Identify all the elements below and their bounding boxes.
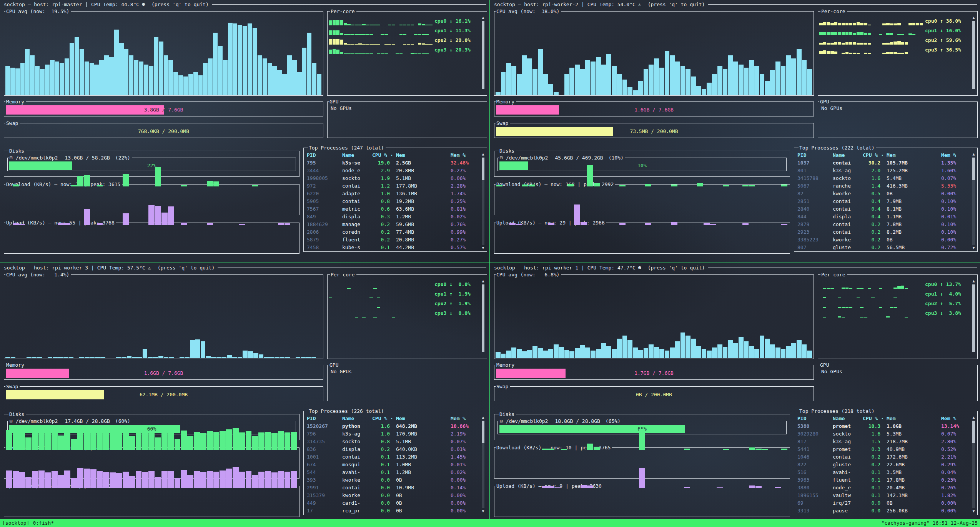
scroll-down-icon[interactable]: ▼	[481, 509, 486, 514]
col-mem[interactable]: Mem	[396, 151, 451, 159]
per-core-title: Per-core	[330, 272, 356, 278]
scrollbar-thumb[interactable]	[972, 21, 975, 89]
process-row: 1001contai0.1113.2MB1.45%	[307, 453, 478, 461]
process-row: 449card1-0.00B0.00%	[307, 499, 478, 507]
col-pid: PID	[307, 151, 342, 159]
process-row: 314735sockto0.85.1MB0.07%	[307, 438, 478, 446]
process-scrollbar[interactable]: ▲ ▼	[971, 415, 976, 514]
scrollbar-thumb[interactable]	[482, 158, 484, 180]
quit-hint: (press 'q' to quit)	[648, 265, 705, 271]
per-core-label: cpu1 ↑ 1.9%	[434, 290, 479, 298]
process-row: 17rcu_pr0.00B0.00%	[307, 507, 478, 515]
memory-title: Memory	[5, 362, 26, 368]
scroll-down-icon[interactable]: ▼	[971, 509, 976, 514]
download-chart	[6, 427, 297, 450]
col-memp[interactable]: Mem %	[451, 415, 478, 422]
col-memp[interactable]: Mem %	[451, 151, 478, 159]
scrollbar-thumb[interactable]	[972, 284, 975, 352]
top-processes-panel: Top Processes (226 total) PID Name CPU %…	[303, 408, 487, 515]
per-core-scrollbar[interactable]: ▲	[971, 279, 976, 357]
cpu-avg-panel: CPU avg (now: 1.4%)	[4, 272, 323, 359]
per-core-row: cpu3 ↓ 3.8%	[819, 308, 970, 318]
pane-title: socktop — host: rpi-worker-2 | CPU Temp:…	[494, 2, 636, 7]
scrollbar-thumb[interactable]	[972, 158, 975, 180]
scroll-down-icon[interactable]: ▼	[971, 246, 976, 250]
scroll-up-icon[interactable]: ▲	[481, 15, 486, 20]
swap-title: Swap	[5, 384, 20, 389]
memory-gauge: 1.6GB / 7.6GB 1.6GB / 7.6GB	[496, 105, 812, 115]
scroll-down-icon[interactable]: ▼	[481, 246, 486, 250]
top-processes-panel: Top Processes (222 total) PID Name CPU %…	[794, 145, 978, 252]
tmux-vertical-divider[interactable]	[489, 0, 490, 519]
col-memp[interactable]: Mem %	[941, 415, 969, 422]
tmux-window-item[interactable]: 0:fish*	[33, 520, 54, 526]
scrollbar-thumb[interactable]	[972, 421, 975, 443]
col-name: Name	[833, 151, 863, 159]
scrollbar-thumb[interactable]	[482, 284, 484, 352]
per-core-row: cpu0 ↓ 0.0%	[329, 279, 479, 289]
top-processes-title: Top Processes (247 total)	[308, 145, 386, 151]
process-table-header: PID Name CPU % · Mem Mem %	[307, 151, 478, 159]
scroll-up-icon[interactable]: ▲	[971, 152, 976, 156]
disk-percent: (60%)	[115, 418, 130, 424]
process-scrollbar[interactable]: ▲ ▼	[481, 152, 486, 250]
col-mem[interactable]: Mem	[887, 415, 941, 422]
scroll-up-icon[interactable]: ▲	[481, 152, 486, 156]
tmux-horizontal-divider[interactable]	[0, 263, 980, 263]
col-cpu[interactable]: CPU % ·	[372, 151, 396, 159]
process-row: 807gluste0.256.5MB0.72%	[797, 244, 969, 251]
col-memp[interactable]: Mem %	[941, 151, 969, 159]
per-core-panel: Per-core cpu0 ↓ 16.1%cpu1 ↓ 11.3%cpu2 ↓ …	[327, 8, 487, 96]
per-core-label: cpu2 ↑ 59.6%	[925, 36, 970, 45]
cpu-avg-title: CPU avg (now: 19.5%)	[5, 8, 71, 14]
per-core-label: cpu2 ↓ 29.0%	[434, 36, 479, 45]
cpu-avg-title: CPU avg (now: 1.4%)	[5, 272, 71, 278]
scroll-up-icon[interactable]: ▲	[971, 15, 976, 20]
col-cpu[interactable]: CPU % ·	[372, 415, 396, 422]
process-rows: 1520267python1.6848.2MB10.86%796k3s-ag1.…	[307, 422, 478, 515]
scroll-up-icon[interactable]: ▲	[481, 279, 486, 283]
per-core-scrollbar[interactable]: ▲	[481, 15, 486, 94]
process-row: 2851contai0.47.9MB0.10%	[797, 198, 969, 205]
col-mem[interactable]: Mem	[396, 415, 451, 422]
per-core-scrollbar[interactable]: ▲	[481, 279, 486, 357]
swap-value: 0B / 200.0MB	[496, 390, 812, 399]
process-row: 5067ranche1.4416.3MB5.33%	[797, 182, 969, 190]
col-cpu[interactable]: CPU % ·	[863, 415, 887, 422]
cpu-avg-panel: CPU avg (now: 19.5%)	[4, 8, 323, 96]
top-processes-panel: Top Processes (218 total) PID Name CPU %…	[794, 408, 978, 515]
scrollbar-thumb[interactable]	[482, 21, 484, 89]
per-core-sparkline	[329, 26, 434, 35]
download-chart	[6, 164, 297, 186]
per-core-row: cpu2 ↑ 5.7%	[819, 299, 970, 308]
memory-title: Memory	[496, 362, 516, 368]
disks-title: Disks	[8, 148, 26, 154]
process-scrollbar[interactable]: ▲ ▼	[481, 415, 486, 514]
disks-title: Disks	[8, 411, 26, 417]
process-scrollbar[interactable]: ▲ ▼	[971, 152, 976, 250]
scroll-up-icon[interactable]: ▲	[481, 415, 486, 420]
gpu-status: No GPUs	[818, 368, 977, 375]
cool-face-icon: ☻	[638, 265, 641, 271]
process-rows: 795k3s-se19.02.5GB32.48%3444node_e2.920.…	[307, 159, 478, 251]
scrollbar-thumb[interactable]	[482, 421, 484, 443]
process-row: 2879contai0.27.8MB0.10%	[797, 221, 969, 228]
col-name: Name	[342, 151, 372, 159]
scroll-up-icon[interactable]: ▲	[971, 279, 976, 283]
process-row: 1520267python1.6848.2MB10.86%	[307, 422, 478, 430]
col-mem[interactable]: Mem	[887, 151, 941, 159]
per-core-scrollbar[interactable]: ▲	[971, 15, 976, 94]
upload-panel: Upload (KB/s) — now: 55 | peak: 3768	[4, 220, 299, 254]
upload-chart	[6, 466, 297, 488]
process-row: 822gluste0.222.6MB0.29%	[797, 461, 969, 469]
per-core-row: cpu2 ↑ 59.6%	[819, 35, 970, 45]
per-core-row: cpu2 ↓ 29.0%	[329, 35, 479, 45]
process-row: 972contai1.2177.8MB2.28%	[307, 182, 478, 190]
process-row: 2806coredn0.277.4MB0.99%	[307, 228, 478, 236]
col-cpu[interactable]: CPU % ·	[863, 151, 887, 159]
per-core-label: cpu2 ↑ 1.9%	[434, 299, 479, 308]
gpu-title: GPU	[819, 99, 830, 105]
memory-panel: Memory 1.7GB / 7.6GB 1.7GB / 7.6GB	[494, 362, 814, 380]
per-core-panel: Per-core cpu0 ↓ 0.0%cpu1 ↑ 1.9%cpu2 ↑ 1.…	[327, 272, 487, 359]
scroll-up-icon[interactable]: ▲	[971, 415, 976, 420]
